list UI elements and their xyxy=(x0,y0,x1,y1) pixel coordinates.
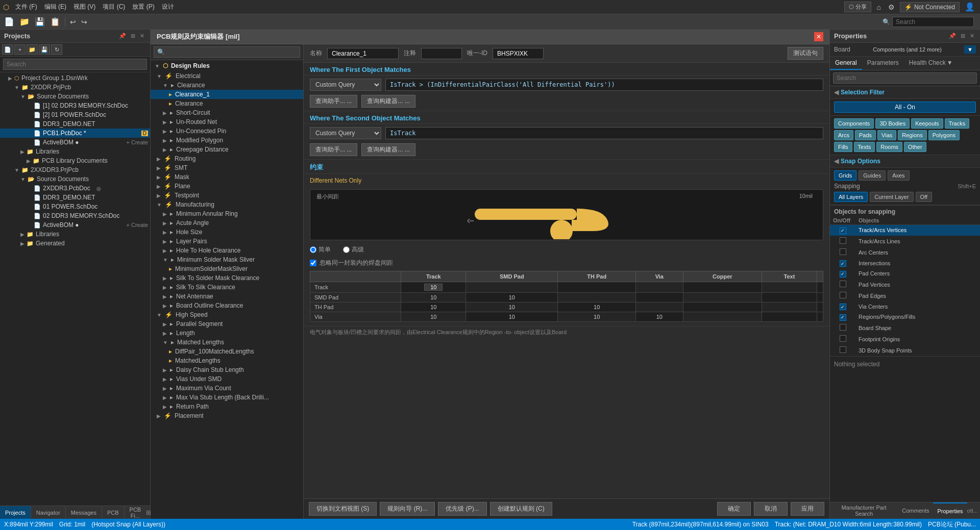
obj-pad-edges-cb[interactable] xyxy=(840,292,846,298)
tree-activebom-1[interactable]: 📄ActiveBOM ●+ Create xyxy=(0,138,150,147)
tree-2xxddr3-project[interactable]: 📁2XXDDR3.PrjPcb xyxy=(0,165,150,174)
panel-pin-btn[interactable]: 📌 xyxy=(117,32,128,40)
props-expand-icon[interactable]: ott... xyxy=(967,508,978,514)
menu-place[interactable]: 放置 (P) xyxy=(129,1,157,13)
tree-file-power2[interactable]: 📄01 POWER.SchDoc xyxy=(0,202,150,211)
snap-current-layer-btn[interactable]: Current Layer xyxy=(870,192,913,202)
tree-pcb-lib[interactable]: 📁PCB Library Documents xyxy=(0,156,150,165)
props-pin-btn[interactable]: 📌 xyxy=(947,32,958,40)
second-builder-btn[interactable]: 查询构建器... ... xyxy=(361,143,415,156)
simple-radio[interactable]: 简单 xyxy=(310,245,331,254)
props-tab-mfr[interactable]: Manufacturer Part Search xyxy=(830,502,898,519)
properties-search-input[interactable] xyxy=(833,72,977,84)
all-on-btn[interactable]: All - On xyxy=(834,102,976,113)
tree-generated[interactable]: 📁Generated xyxy=(0,239,150,248)
menu-edit[interactable]: 编辑 (E) xyxy=(41,1,69,13)
obj-track-lines-cb[interactable] xyxy=(840,237,846,244)
rule-guide-btn[interactable]: 规则向导 (R)... xyxy=(380,502,435,516)
props-close-btn[interactable]: ✕ xyxy=(968,32,976,40)
tree-pcb1-doc[interactable]: 📄PCB1.PcbDoc *D xyxy=(0,129,150,138)
rt-electrical[interactable]: ⚡Electrical xyxy=(151,71,303,81)
filter-keepouts[interactable]: Keepouts xyxy=(911,118,943,129)
tab-navigator[interactable]: Navigator xyxy=(31,506,66,519)
proj-add-btn[interactable]: + xyxy=(14,44,26,55)
tree-libraries-1[interactable]: 📁Libraries xyxy=(0,147,150,156)
second-helper-btn[interactable]: 查询助手... ... xyxy=(310,143,357,156)
rt-clearance-2[interactable]: ▸Clearance xyxy=(151,99,303,108)
apply-btn[interactable]: 应用 xyxy=(791,502,824,516)
proj-folder-btn[interactable]: 📁 xyxy=(27,44,38,55)
filter-arcs[interactable]: Arcs xyxy=(834,130,853,140)
obj-track-vertices-cb[interactable]: ✓ xyxy=(840,228,846,234)
obj-pad-vertices-cb[interactable] xyxy=(840,281,846,287)
rt-min-solder-item[interactable]: ▸MinimumSolderMaskSliver xyxy=(151,264,303,273)
selection-filter-header[interactable]: ◀ Selection Filter xyxy=(830,86,980,99)
rule-name-input[interactable] xyxy=(327,48,399,59)
rules-search-input[interactable] xyxy=(154,46,300,58)
rt-min-annular[interactable]: ▸Minimum Annular Ring xyxy=(151,209,303,218)
tree-source-docs-1[interactable]: 📂Source Documents xyxy=(0,92,150,101)
diff-nets-label[interactable]: Different Nets Only xyxy=(310,177,361,184)
tree-file-ddr3-memory2[interactable]: 📄02 DDR3 MEMORY.SchDoc xyxy=(0,211,150,220)
rt-min-solder[interactable]: ▸Minimum Solder Mask Sliver xyxy=(151,255,303,264)
menu-design[interactable]: 设计 xyxy=(159,1,177,13)
tree-file-ddr3-demo-net[interactable]: 📄DDR3_DEMO.NET xyxy=(0,119,150,129)
rt-acute-angle[interactable]: ▸Acute Angle xyxy=(151,218,303,228)
toolbar-undo[interactable]: ↩ xyxy=(68,17,78,27)
rt-matched-lengths-item[interactable]: ▸MatchedLengths xyxy=(151,356,303,365)
tab-parameters[interactable]: Parameters xyxy=(862,57,904,70)
toolbar-save-all[interactable]: 📋 xyxy=(48,16,62,28)
comment-input[interactable] xyxy=(421,48,462,59)
props-tab-comments[interactable]: Comments xyxy=(898,502,933,519)
obj-board-shape-cb[interactable] xyxy=(840,324,846,331)
rt-modified-poly[interactable]: ▸Modified Polygon xyxy=(151,136,303,145)
tree-2xddr-project[interactable]: 📁2XDDR.PrjPcb xyxy=(0,83,150,92)
rt-creepage[interactable]: ▸Creepage Distance xyxy=(151,145,303,154)
home-icon[interactable]: ⌂ xyxy=(874,2,883,12)
tab-health-check[interactable]: Health Check ▼ xyxy=(904,57,958,70)
rt-manufacturing[interactable]: ⚡Manufacturing xyxy=(151,200,303,209)
filter-texts[interactable]: Texts xyxy=(854,142,875,152)
unique-id-input[interactable] xyxy=(493,48,544,59)
rt-max-via-stub[interactable]: ▸Max Via Stub Length (Back Drilli... xyxy=(151,393,303,402)
toolbar-save[interactable]: 💾 xyxy=(33,16,47,28)
snap-guides-btn[interactable]: Guides xyxy=(859,170,886,181)
rt-silk-solder[interactable]: ▸Silk To Solder Mask Clearance xyxy=(151,273,303,283)
share-btn[interactable]: ⬡ 分享 xyxy=(844,2,871,12)
filter-pads[interactable]: Pads xyxy=(855,130,876,140)
obj-intersections-cb[interactable]: ✓ xyxy=(840,260,846,267)
rt-un-connected[interactable]: ▸Un-Connected Pin xyxy=(151,127,303,136)
obj-via-centers-cb[interactable]: ✓ xyxy=(840,304,846,310)
priority-btn[interactable]: 优先级 (P)... xyxy=(438,502,486,516)
tree-file-ddr3-demo-net2[interactable]: 📄DDR3_DEMO.NET xyxy=(0,193,150,202)
tree-libraries-2[interactable]: 📁Libraries xyxy=(0,230,150,239)
filter-polygons[interactable]: Polygons xyxy=(928,130,960,140)
rt-parallel-segment[interactable]: ▸Parallel Segment xyxy=(151,319,303,329)
rt-return-path[interactable]: ▸Return Path xyxy=(151,402,303,411)
rt-hole-clearance[interactable]: ▸Hole To Hole Clearance xyxy=(151,246,303,255)
tree-file-power[interactable]: 📄[2] 01 POWER.SchDoc xyxy=(0,110,150,119)
snap-all-layers-btn[interactable]: All Layers xyxy=(834,192,868,202)
ignore-checkbox[interactable] xyxy=(310,260,316,266)
tab-pcb-fi[interactable]: PCB Fi... xyxy=(125,506,146,519)
rt-routing[interactable]: ⚡Routing xyxy=(151,154,303,163)
dialog-close-btn[interactable]: ✕ xyxy=(814,32,823,41)
track-track-input[interactable] xyxy=(424,284,443,291)
toolbar-new[interactable]: 📄 xyxy=(2,16,16,28)
menu-project[interactable]: 项目 (C) xyxy=(100,1,128,13)
obj-3d-body-cb[interactable] xyxy=(840,346,846,353)
projects-search-input[interactable] xyxy=(3,59,147,70)
menu-file[interactable]: 文件 (F) xyxy=(12,1,40,13)
rt-vias-under-smd[interactable]: ▸Vias Under SMD xyxy=(151,374,303,384)
rt-testpoint[interactable]: ⚡Testpoint xyxy=(151,191,303,200)
rt-placement[interactable]: ⚡Placement xyxy=(151,411,303,420)
panel-close-btn[interactable]: ✕ xyxy=(138,32,146,40)
menu-view[interactable]: 视图 (V) xyxy=(70,1,99,13)
obj-footprint-origins-cb[interactable] xyxy=(840,335,846,342)
advanced-radio[interactable]: 高级 xyxy=(343,245,364,254)
snap-options-header[interactable]: ◀ Snap Options xyxy=(830,155,980,168)
board-filter-btn[interactable]: ▼ xyxy=(964,45,976,54)
obj-regions-fills-cb[interactable]: ✓ xyxy=(840,314,846,321)
tab-pcb[interactable]: PCB xyxy=(102,506,125,519)
proj-save-btn[interactable]: 💾 xyxy=(39,44,50,55)
